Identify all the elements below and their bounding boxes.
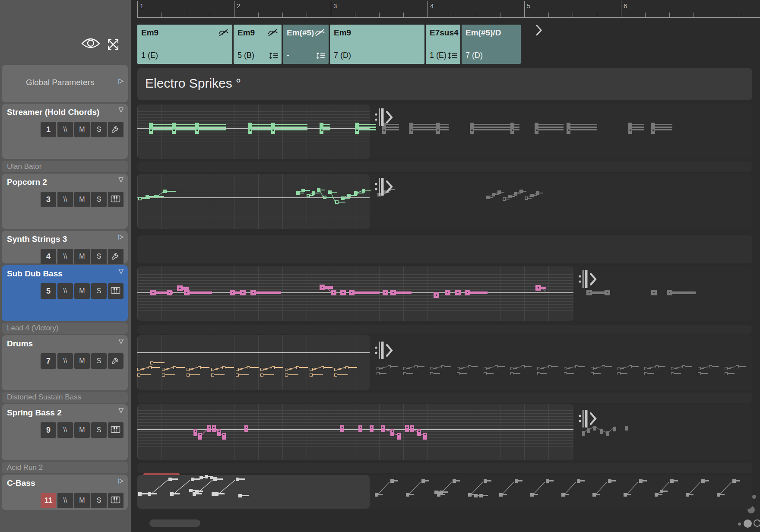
global-parameters-panel[interactable]: Global Parameters▷	[2, 65, 128, 102]
drum-hit[interactable]	[211, 374, 214, 377]
bass-note[interactable]	[148, 492, 151, 496]
track-panel-c-bass[interactable]: C-Bass▷11\\MS	[2, 475, 128, 510]
chord-hold-note[interactable]	[510, 123, 514, 134]
drum-hit[interactable]	[698, 372, 701, 375]
bass-note[interactable]	[608, 479, 611, 483]
drum-hit[interactable]	[548, 365, 551, 368]
track-number-button[interactable]: 4	[41, 249, 56, 264]
timeline-ruler[interactable]: 123456	[131, 0, 760, 19]
drum-hit[interactable]	[725, 367, 728, 370]
bass-note[interactable]	[238, 494, 242, 497]
bass-note[interactable]	[189, 489, 193, 492]
bass-note[interactable]	[434, 491, 438, 494]
bass-note[interactable]	[236, 478, 239, 481]
drum-hit[interactable]	[468, 365, 471, 368]
chord-block[interactable]: Em97 (D)	[330, 25, 424, 64]
slashes-button[interactable]: \\	[57, 283, 73, 299]
drum-hit[interactable]	[564, 372, 567, 375]
drum-hit[interactable]	[403, 367, 406, 370]
no-tie-icon[interactable]	[267, 28, 278, 37]
drum-hit[interactable]	[537, 372, 540, 375]
chord-hold-note[interactable]	[149, 123, 153, 134]
collapsed-track-acid-run-2[interactable]: Acid Run 2	[2, 462, 128, 473]
piano-button[interactable]	[108, 493, 124, 508]
drum-hit[interactable]	[618, 367, 621, 370]
wrench-button[interactable]	[108, 122, 124, 137]
drum-hit[interactable]	[198, 366, 201, 369]
track-panel-streamer-hold-chords[interactable]: Streamer (Hold Chords)▽1\\MS	[2, 104, 128, 159]
chord-hold-note[interactable]	[172, 123, 176, 134]
note[interactable]	[163, 190, 167, 193]
note[interactable]	[497, 190, 501, 194]
drum-hit[interactable]	[644, 372, 647, 375]
bass-note[interactable]	[213, 478, 217, 481]
ghost-note[interactable]	[587, 428, 590, 433]
lane-drums[interactable]	[137, 335, 752, 390]
note[interactable]	[335, 200, 339, 204]
drum-hit[interactable]	[575, 365, 578, 368]
note[interactable]	[530, 194, 534, 197]
bass-note[interactable]	[195, 490, 199, 493]
chord-hold-note[interactable]	[409, 123, 413, 134]
collapsed-track-distorted-sustain-bass[interactable]: Distorted Sustain Bass	[2, 392, 128, 403]
collapsed-track-ulan-bator[interactable]: Ulan Bator	[2, 161, 128, 172]
drum-hit[interactable]	[285, 374, 288, 377]
range-lines-icon[interactable]	[448, 52, 457, 60]
chord-hold-note[interactable]	[436, 123, 440, 134]
drum-hit[interactable]	[430, 372, 433, 375]
drum-hit[interactable]	[260, 374, 263, 377]
piano-button[interactable]	[108, 422, 124, 438]
drum-hit[interactable]	[150, 361, 153, 364]
bass-note[interactable]	[170, 492, 174, 496]
solo-button[interactable]: S	[91, 422, 107, 438]
section-continue-marker[interactable]	[375, 108, 393, 127]
drum-hit[interactable]	[260, 368, 263, 371]
drum-hit[interactable]	[310, 368, 313, 371]
track-panel-popcorn-2[interactable]: Popcorn 2▽3\\MS	[2, 174, 128, 229]
bass-note[interactable]	[732, 479, 736, 483]
chord-hold-note[interactable]	[567, 123, 570, 134]
no-tie-icon[interactable]	[314, 28, 325, 37]
section-continue-marker[interactable]	[579, 270, 597, 289]
drum-hit[interactable]	[162, 368, 165, 371]
solo-button[interactable]: S	[91, 192, 107, 207]
drum-hit[interactable]	[222, 366, 225, 369]
wrench-button[interactable]	[108, 353, 124, 369]
drum-hit[interactable]	[495, 365, 498, 368]
note[interactable]	[328, 190, 332, 194]
drum-hit[interactable]	[272, 366, 275, 369]
drum-hit[interactable]	[377, 367, 380, 370]
bass-note[interactable]	[390, 479, 394, 483]
piano-button[interactable]	[108, 192, 124, 207]
drum-hit[interactable]	[457, 372, 460, 375]
solo-button[interactable]: S	[91, 353, 107, 369]
drum-hit[interactable]	[430, 367, 433, 370]
note[interactable]	[525, 196, 528, 200]
zoom-circle-outline[interactable]	[754, 519, 760, 527]
note[interactable]	[519, 190, 523, 193]
drum-hit[interactable]	[644, 367, 647, 370]
bass-note[interactable]	[639, 479, 643, 483]
no-tie-icon[interactable]	[218, 28, 229, 37]
eye-icon[interactable]	[81, 37, 100, 50]
chord-hold-note[interactable]	[248, 123, 252, 134]
drum-hit[interactable]	[725, 372, 728, 375]
chord-hold-note[interactable]	[195, 123, 199, 134]
mute-button[interactable]: M	[74, 353, 90, 369]
bass-note[interactable]	[577, 479, 580, 483]
chord-hold-note[interactable]	[355, 123, 359, 134]
bass-note[interactable]	[421, 479, 425, 483]
note[interactable]	[362, 189, 365, 193]
chord-hold-note[interactable]	[271, 123, 275, 134]
bass-note[interactable]	[484, 479, 487, 483]
drum-hit[interactable]	[510, 372, 513, 375]
drum-hit[interactable]	[591, 367, 594, 370]
bass-note[interactable]	[200, 476, 203, 479]
drum-hit[interactable]	[591, 372, 594, 375]
bass-note[interactable]	[624, 493, 627, 497]
track-number-button[interactable]: 9	[41, 422, 56, 438]
lane-streamer[interactable]	[137, 104, 752, 159]
slashes-button[interactable]: \\	[57, 422, 73, 438]
chord-hold-note[interactable]	[320, 123, 323, 134]
range-lines-icon[interactable]	[316, 52, 326, 60]
